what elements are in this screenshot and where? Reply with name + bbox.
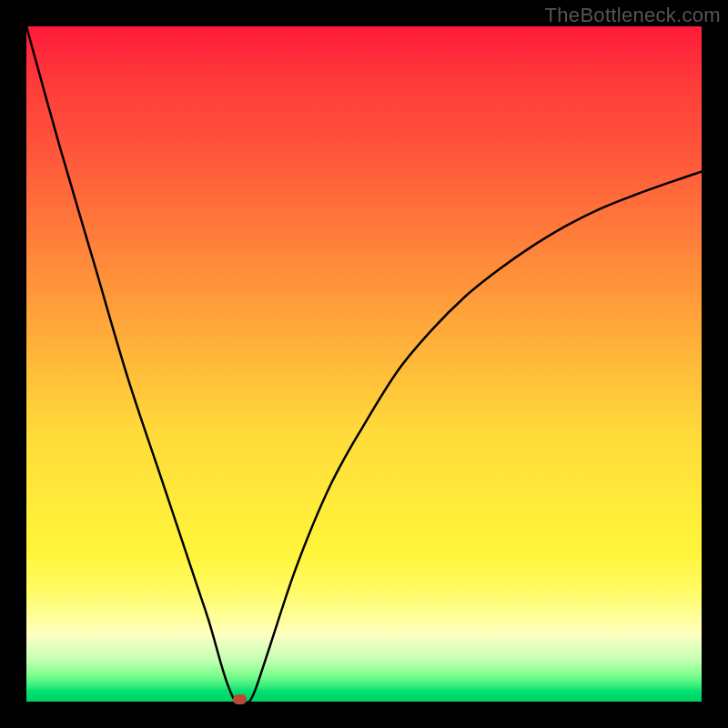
watermark-text: TheBottleneck.com xyxy=(545,4,721,27)
bottleneck-curve xyxy=(26,26,702,702)
minimum-marker xyxy=(233,694,247,704)
outer-frame: TheBottleneck.com xyxy=(0,0,728,728)
